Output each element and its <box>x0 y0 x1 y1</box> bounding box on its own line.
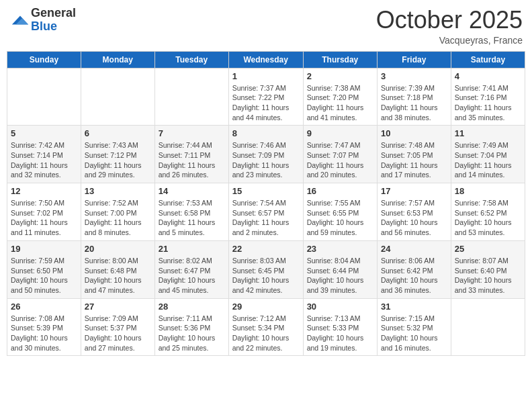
day-info: Sunrise: 8:02 AMSunset: 6:47 PMDaylight:… <box>159 256 225 295</box>
calendar-cell <box>7 68 81 126</box>
calendar-cell: 26Sunrise: 7:08 AMSunset: 5:39 PMDayligh… <box>7 298 81 356</box>
day-number: 3 <box>381 71 447 81</box>
calendar-week-4: 19Sunrise: 7:59 AMSunset: 6:50 PMDayligh… <box>7 240 525 298</box>
title-block: October 2025 Vacqueyras, France <box>376 7 523 46</box>
logo-general: General <box>31 7 76 20</box>
calendar-cell <box>451 298 525 356</box>
calendar-cell: 29Sunrise: 7:12 AMSunset: 5:34 PMDayligh… <box>228 298 303 356</box>
day-info: Sunrise: 7:55 AMSunset: 6:55 PMDaylight:… <box>307 198 373 238</box>
calendar-cell: 13Sunrise: 7:52 AMSunset: 7:00 PMDayligh… <box>81 183 154 241</box>
day-info: Sunrise: 7:38 AMSunset: 7:20 PMDaylight:… <box>307 83 373 123</box>
calendar-cell: 2Sunrise: 7:38 AMSunset: 7:20 PMDaylight… <box>303 68 377 126</box>
day-number: 13 <box>85 186 151 196</box>
calendar-cell: 31Sunrise: 7:15 AMSunset: 5:32 PMDayligh… <box>377 298 451 356</box>
day-info: Sunrise: 8:04 AMSunset: 6:44 PMDaylight:… <box>307 256 373 295</box>
day-info: Sunrise: 8:07 AMSunset: 6:40 PMDaylight:… <box>455 256 521 295</box>
day-number: 14 <box>159 186 225 196</box>
day-info: Sunrise: 7:11 AMSunset: 5:36 PMDaylight:… <box>159 314 225 353</box>
day-number: 10 <box>381 128 447 138</box>
day-number: 1 <box>232 71 300 81</box>
calendar-cell: 6Sunrise: 7:43 AMSunset: 7:12 PMDaylight… <box>81 126 154 183</box>
day-info: Sunrise: 7:57 AMSunset: 6:53 PMDaylight:… <box>381 198 447 238</box>
day-number: 11 <box>455 128 521 138</box>
day-number: 18 <box>455 186 521 196</box>
calendar-cell: 19Sunrise: 7:59 AMSunset: 6:50 PMDayligh… <box>7 240 81 298</box>
logo-icon <box>11 11 30 30</box>
day-number: 7 <box>159 128 225 138</box>
calendar-cell: 16Sunrise: 7:55 AMSunset: 6:55 PMDayligh… <box>303 183 377 241</box>
day-number: 19 <box>11 244 77 254</box>
calendar-cell: 25Sunrise: 8:07 AMSunset: 6:40 PMDayligh… <box>451 240 525 298</box>
calendar-week-5: 26Sunrise: 7:08 AMSunset: 5:39 PMDayligh… <box>7 298 525 356</box>
day-number: 8 <box>232 128 300 138</box>
logo: General Blue <box>9 7 76 34</box>
calendar-cell: 22Sunrise: 8:03 AMSunset: 6:45 PMDayligh… <box>228 240 303 298</box>
weekday-header-thursday: Thursday <box>303 51 377 68</box>
day-info: Sunrise: 7:48 AMSunset: 7:05 PMDaylight:… <box>381 140 447 180</box>
day-info: Sunrise: 7:58 AMSunset: 6:52 PMDaylight:… <box>455 198 521 238</box>
calendar-week-1: 1Sunrise: 7:37 AMSunset: 7:22 PMDaylight… <box>7 68 525 126</box>
day-number: 22 <box>232 244 300 254</box>
day-info: Sunrise: 7:54 AMSunset: 6:57 PMDaylight:… <box>232 198 300 238</box>
day-info: Sunrise: 7:09 AMSunset: 5:37 PMDaylight:… <box>85 314 151 353</box>
calendar-cell: 8Sunrise: 7:46 AMSunset: 7:09 PMDaylight… <box>228 126 303 183</box>
calendar-week-3: 12Sunrise: 7:50 AMSunset: 7:02 PMDayligh… <box>7 183 525 241</box>
weekday-header-tuesday: Tuesday <box>154 51 228 68</box>
weekday-header-friday: Friday <box>377 51 451 68</box>
day-number: 27 <box>85 302 151 312</box>
page-header: General Blue October 2025 Vacqueyras, Fr… <box>7 7 525 46</box>
day-number: 2 <box>307 71 373 81</box>
calendar-cell: 17Sunrise: 7:57 AMSunset: 6:53 PMDayligh… <box>377 183 451 241</box>
day-number: 16 <box>307 186 373 196</box>
day-info: Sunrise: 7:39 AMSunset: 7:18 PMDaylight:… <box>381 83 447 123</box>
day-info: Sunrise: 7:42 AMSunset: 7:14 PMDaylight:… <box>11 140 77 180</box>
calendar-cell: 14Sunrise: 7:53 AMSunset: 6:58 PMDayligh… <box>154 183 228 241</box>
day-number: 4 <box>455 71 521 81</box>
day-number: 6 <box>85 128 151 138</box>
day-info: Sunrise: 7:59 AMSunset: 6:50 PMDaylight:… <box>11 256 77 295</box>
weekday-header-saturday: Saturday <box>451 51 525 68</box>
calendar-cell <box>81 68 154 126</box>
calendar-cell: 20Sunrise: 8:00 AMSunset: 6:48 PMDayligh… <box>81 240 154 298</box>
day-number: 29 <box>232 302 300 312</box>
day-number: 21 <box>159 244 225 254</box>
day-info: Sunrise: 7:52 AMSunset: 7:00 PMDaylight:… <box>85 198 151 238</box>
logo-blue: Blue <box>31 20 76 34</box>
day-info: Sunrise: 7:47 AMSunset: 7:07 PMDaylight:… <box>307 140 373 180</box>
day-info: Sunrise: 7:13 AMSunset: 5:33 PMDaylight:… <box>307 314 373 353</box>
day-number: 5 <box>11 128 77 138</box>
day-info: Sunrise: 8:06 AMSunset: 6:42 PMDaylight:… <box>381 256 447 295</box>
calendar-cell: 10Sunrise: 7:48 AMSunset: 7:05 PMDayligh… <box>377 126 451 183</box>
day-info: Sunrise: 7:44 AMSunset: 7:11 PMDaylight:… <box>159 140 225 180</box>
calendar-cell: 21Sunrise: 8:02 AMSunset: 6:47 PMDayligh… <box>154 240 228 298</box>
calendar-cell: 28Sunrise: 7:11 AMSunset: 5:36 PMDayligh… <box>154 298 228 356</box>
day-number: 28 <box>159 302 225 312</box>
calendar-cell: 15Sunrise: 7:54 AMSunset: 6:57 PMDayligh… <box>228 183 303 241</box>
calendar-cell: 18Sunrise: 7:58 AMSunset: 6:52 PMDayligh… <box>451 183 525 241</box>
month-title: October 2025 <box>376 7 523 34</box>
day-info: Sunrise: 7:15 AMSunset: 5:32 PMDaylight:… <box>381 314 447 353</box>
day-info: Sunrise: 8:00 AMSunset: 6:48 PMDaylight:… <box>85 256 151 295</box>
day-number: 20 <box>85 244 151 254</box>
day-info: Sunrise: 7:43 AMSunset: 7:12 PMDaylight:… <box>85 140 151 180</box>
day-number: 12 <box>11 186 77 196</box>
calendar-cell: 12Sunrise: 7:50 AMSunset: 7:02 PMDayligh… <box>7 183 81 241</box>
location: Vacqueyras, France <box>376 35 523 46</box>
day-number: 25 <box>455 244 521 254</box>
day-number: 9 <box>307 128 373 138</box>
calendar-cell: 9Sunrise: 7:47 AMSunset: 7:07 PMDaylight… <box>303 126 377 183</box>
calendar-week-2: 5Sunrise: 7:42 AMSunset: 7:14 PMDaylight… <box>7 126 525 183</box>
day-info: Sunrise: 7:37 AMSunset: 7:22 PMDaylight:… <box>232 83 300 123</box>
day-number: 31 <box>381 302 447 312</box>
weekday-header-row: SundayMondayTuesdayWednesdayThursdayFrid… <box>7 51 525 68</box>
day-info: Sunrise: 7:50 AMSunset: 7:02 PMDaylight:… <box>11 198 77 238</box>
weekday-header-wednesday: Wednesday <box>228 51 303 68</box>
day-info: Sunrise: 7:46 AMSunset: 7:09 PMDaylight:… <box>232 140 300 180</box>
day-number: 23 <box>307 244 373 254</box>
calendar-cell <box>154 68 228 126</box>
weekday-header-sunday: Sunday <box>7 51 81 68</box>
calendar-cell: 4Sunrise: 7:41 AMSunset: 7:16 PMDaylight… <box>451 68 525 126</box>
weekday-header-monday: Monday <box>81 51 154 68</box>
day-number: 24 <box>381 244 447 254</box>
day-info: Sunrise: 7:53 AMSunset: 6:58 PMDaylight:… <box>159 198 225 238</box>
